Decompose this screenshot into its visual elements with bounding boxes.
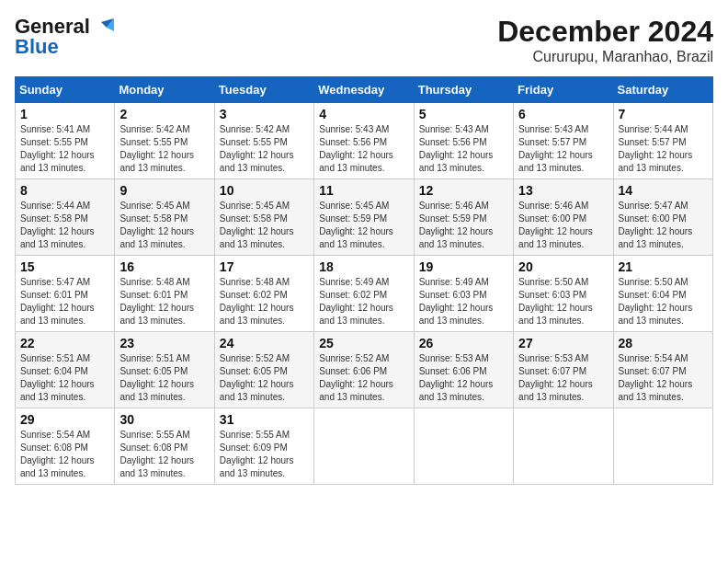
calendar-cell: 20 Sunrise: 5:50 AMSunset: 6:03 PMDaylig… bbox=[514, 256, 613, 332]
day-info: Sunrise: 5:54 AMSunset: 6:08 PMDaylight:… bbox=[20, 430, 95, 478]
day-info: Sunrise: 5:52 AMSunset: 6:05 PMDaylight:… bbox=[220, 353, 294, 402]
day-info: Sunrise: 5:42 AMSunset: 5:55 PMDaylight:… bbox=[119, 124, 194, 173]
calendar-cell bbox=[514, 408, 613, 485]
calendar-cell: 25 Sunrise: 5:52 AMSunset: 6:06 PMDaylig… bbox=[314, 332, 414, 408]
calendar-cell bbox=[314, 408, 414, 485]
page-header: General Blue December 2024 Cururupu, Mar… bbox=[15, 15, 713, 65]
day-info: Sunrise: 5:46 AMSunset: 6:00 PMDaylight:… bbox=[518, 201, 593, 249]
calendar-cell: 30 Sunrise: 5:55 AMSunset: 6:08 PMDaylig… bbox=[115, 408, 214, 485]
day-info: Sunrise: 5:43 AMSunset: 5:56 PMDaylight:… bbox=[419, 124, 494, 173]
calendar-cell: 23 Sunrise: 5:51 AMSunset: 6:05 PMDaylig… bbox=[115, 332, 214, 408]
calendar-cell: 19 Sunrise: 5:49 AMSunset: 6:03 PMDaylig… bbox=[414, 256, 513, 332]
day-info: Sunrise: 5:47 AMSunset: 6:01 PMDaylight:… bbox=[20, 277, 95, 326]
col-header-saturday: Saturday bbox=[613, 77, 712, 103]
day-number: 3 bbox=[220, 107, 309, 121]
day-info: Sunrise: 5:48 AMSunset: 6:01 PMDaylight:… bbox=[119, 277, 194, 326]
day-info: Sunrise: 5:44 AMSunset: 5:57 PMDaylight:… bbox=[619, 124, 693, 173]
day-info: Sunrise: 5:50 AMSunset: 6:04 PMDaylight:… bbox=[619, 277, 693, 326]
day-number: 18 bbox=[319, 259, 408, 274]
col-header-sunday: Sunday bbox=[16, 77, 115, 103]
day-number: 13 bbox=[518, 183, 608, 198]
col-header-monday: Monday bbox=[115, 77, 214, 103]
day-number: 22 bbox=[20, 336, 109, 350]
calendar-cell: 10 Sunrise: 5:45 AMSunset: 5:58 PMDaylig… bbox=[214, 179, 313, 256]
day-info: Sunrise: 5:51 AMSunset: 6:04 PMDaylight:… bbox=[20, 353, 95, 402]
day-number: 24 bbox=[220, 336, 309, 350]
calendar-cell: 18 Sunrise: 5:49 AMSunset: 6:02 PMDaylig… bbox=[314, 256, 414, 332]
day-info: Sunrise: 5:41 AMSunset: 5:55 PMDaylight:… bbox=[20, 124, 95, 173]
day-info: Sunrise: 5:43 AMSunset: 5:56 PMDaylight:… bbox=[319, 124, 393, 173]
calendar-cell: 29 Sunrise: 5:54 AMSunset: 6:08 PMDaylig… bbox=[16, 408, 115, 485]
day-number: 8 bbox=[20, 183, 109, 198]
logo-text-blue: Blue bbox=[15, 35, 59, 59]
calendar-cell: 21 Sunrise: 5:50 AMSunset: 6:04 PMDaylig… bbox=[613, 256, 712, 332]
day-number: 20 bbox=[518, 259, 608, 274]
calendar-week-row: 22 Sunrise: 5:51 AMSunset: 6:04 PMDaylig… bbox=[16, 332, 713, 408]
day-number: 19 bbox=[419, 259, 508, 274]
day-number: 29 bbox=[20, 412, 109, 427]
calendar-cell: 12 Sunrise: 5:46 AMSunset: 5:59 PMDaylig… bbox=[414, 179, 513, 256]
day-number: 28 bbox=[619, 336, 708, 350]
calendar-cell: 13 Sunrise: 5:46 AMSunset: 6:00 PMDaylig… bbox=[514, 179, 613, 256]
calendar-cell: 22 Sunrise: 5:51 AMSunset: 6:04 PMDaylig… bbox=[16, 332, 115, 408]
calendar-cell: 26 Sunrise: 5:53 AMSunset: 6:06 PMDaylig… bbox=[414, 332, 513, 408]
day-number: 31 bbox=[220, 412, 309, 427]
day-number: 15 bbox=[20, 259, 109, 274]
calendar-week-row: 1 Sunrise: 5:41 AMSunset: 5:55 PMDayligh… bbox=[16, 103, 713, 179]
day-info: Sunrise: 5:47 AMSunset: 6:00 PMDaylight:… bbox=[619, 201, 693, 249]
month-title: December 2024 bbox=[497, 15, 713, 49]
col-header-thursday: Thursday bbox=[414, 77, 513, 103]
calendar-cell: 4 Sunrise: 5:43 AMSunset: 5:56 PMDayligh… bbox=[314, 103, 414, 179]
day-number: 4 bbox=[319, 107, 408, 121]
calendar-cell: 5 Sunrise: 5:43 AMSunset: 5:56 PMDayligh… bbox=[414, 103, 513, 179]
day-info: Sunrise: 5:46 AMSunset: 5:59 PMDaylight:… bbox=[419, 201, 494, 249]
day-number: 26 bbox=[419, 336, 508, 350]
day-info: Sunrise: 5:52 AMSunset: 6:06 PMDaylight:… bbox=[319, 353, 393, 402]
day-number: 11 bbox=[319, 183, 408, 198]
calendar-cell: 14 Sunrise: 5:47 AMSunset: 6:00 PMDaylig… bbox=[613, 179, 712, 256]
title-block: December 2024 Cururupu, Maranhao, Brazil bbox=[497, 15, 713, 65]
calendar-cell: 17 Sunrise: 5:48 AMSunset: 6:02 PMDaylig… bbox=[214, 256, 313, 332]
day-info: Sunrise: 5:50 AMSunset: 6:03 PMDaylight:… bbox=[518, 277, 593, 326]
day-info: Sunrise: 5:43 AMSunset: 5:57 PMDaylight:… bbox=[518, 124, 593, 173]
day-info: Sunrise: 5:42 AMSunset: 5:55 PMDaylight:… bbox=[220, 124, 294, 173]
logo: General Blue bbox=[15, 15, 114, 59]
location-title: Cururupu, Maranhao, Brazil bbox=[497, 49, 713, 65]
col-header-friday: Friday bbox=[514, 77, 613, 103]
day-info: Sunrise: 5:51 AMSunset: 6:05 PMDaylight:… bbox=[119, 353, 194, 402]
day-info: Sunrise: 5:49 AMSunset: 6:03 PMDaylight:… bbox=[419, 277, 494, 326]
calendar-week-row: 29 Sunrise: 5:54 AMSunset: 6:08 PMDaylig… bbox=[16, 408, 713, 485]
day-number: 21 bbox=[619, 259, 708, 274]
calendar-cell: 7 Sunrise: 5:44 AMSunset: 5:57 PMDayligh… bbox=[613, 103, 712, 179]
calendar-cell: 31 Sunrise: 5:55 AMSunset: 6:09 PMDaylig… bbox=[214, 408, 313, 485]
day-info: Sunrise: 5:53 AMSunset: 6:07 PMDaylight:… bbox=[518, 353, 593, 402]
calendar-cell: 27 Sunrise: 5:53 AMSunset: 6:07 PMDaylig… bbox=[514, 332, 613, 408]
calendar-cell: 24 Sunrise: 5:52 AMSunset: 6:05 PMDaylig… bbox=[214, 332, 313, 408]
day-info: Sunrise: 5:54 AMSunset: 6:07 PMDaylight:… bbox=[619, 353, 693, 402]
day-number: 14 bbox=[619, 183, 708, 198]
col-header-tuesday: Tuesday bbox=[214, 77, 313, 103]
day-info: Sunrise: 5:55 AMSunset: 6:08 PMDaylight:… bbox=[119, 430, 194, 478]
calendar-cell: 1 Sunrise: 5:41 AMSunset: 5:55 PMDayligh… bbox=[16, 103, 115, 179]
day-number: 12 bbox=[419, 183, 508, 198]
day-number: 6 bbox=[518, 107, 608, 121]
day-number: 5 bbox=[419, 107, 508, 121]
day-info: Sunrise: 5:55 AMSunset: 6:09 PMDaylight:… bbox=[220, 430, 294, 478]
calendar-cell: 9 Sunrise: 5:45 AMSunset: 5:58 PMDayligh… bbox=[115, 179, 214, 256]
day-info: Sunrise: 5:45 AMSunset: 5:58 PMDaylight:… bbox=[119, 201, 194, 249]
day-number: 9 bbox=[119, 183, 209, 198]
logo-bird-icon bbox=[94, 18, 114, 35]
day-number: 25 bbox=[319, 336, 408, 350]
calendar-cell: 28 Sunrise: 5:54 AMSunset: 6:07 PMDaylig… bbox=[613, 332, 712, 408]
day-number: 10 bbox=[220, 183, 309, 198]
calendar-cell: 3 Sunrise: 5:42 AMSunset: 5:55 PMDayligh… bbox=[214, 103, 313, 179]
calendar-cell: 11 Sunrise: 5:45 AMSunset: 5:59 PMDaylig… bbox=[314, 179, 414, 256]
day-number: 16 bbox=[119, 259, 209, 274]
day-number: 2 bbox=[119, 107, 209, 121]
calendar-cell: 2 Sunrise: 5:42 AMSunset: 5:55 PMDayligh… bbox=[115, 103, 214, 179]
calendar-cell bbox=[414, 408, 513, 485]
day-number: 1 bbox=[20, 107, 109, 121]
day-number: 17 bbox=[220, 259, 309, 274]
col-header-wednesday: Wednesday bbox=[314, 77, 414, 103]
day-number: 7 bbox=[619, 107, 708, 121]
